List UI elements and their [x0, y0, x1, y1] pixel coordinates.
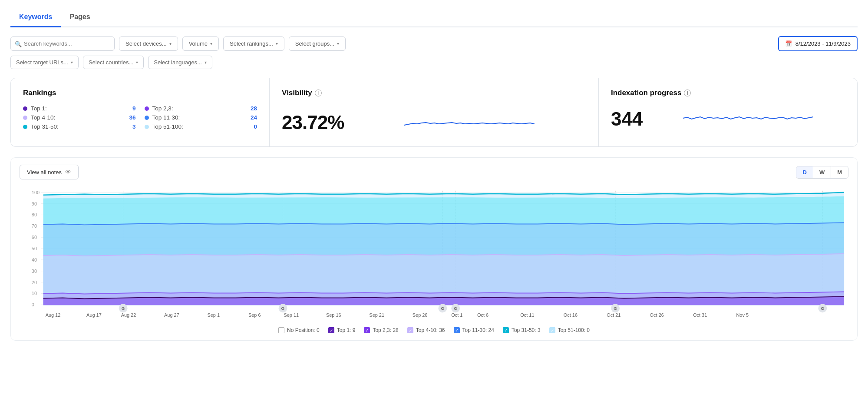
visibility-value: 23.72%: [282, 112, 344, 133]
svg-text:80: 80: [32, 212, 37, 217]
svg-text:G: G: [441, 306, 445, 311]
period-buttons: DWM: [796, 166, 848, 179]
svg-text:10: 10: [32, 291, 37, 296]
rankings-filter[interactable]: Select rankings... ▾: [223, 36, 284, 51]
ranking-item: Top 4-10:36: [23, 114, 136, 121]
countries-label: Select countries...: [89, 59, 133, 66]
svg-text:30: 30: [32, 269, 37, 274]
legend-item[interactable]: ✓Top 4-10: 36: [407, 327, 445, 333]
svg-text:Nov 5: Nov 5: [736, 312, 749, 318]
date-range-picker[interactable]: 📅 8/12/2023 - 11/9/2023: [778, 36, 858, 51]
svg-text:G: G: [614, 306, 617, 311]
chart-controls: View all notes 👁 DWM: [20, 165, 848, 179]
groups-filter[interactable]: Select groups... ▾: [289, 36, 346, 51]
svg-text:G: G: [122, 306, 125, 311]
info-icon[interactable]: i: [315, 90, 322, 96]
target-urls-filter[interactable]: Select target URLs... ▾: [10, 56, 79, 69]
rankings-label: Select rankings...: [230, 40, 273, 47]
chevron-down-icon: ▾: [337, 41, 339, 46]
devices-label: Select devices...: [125, 40, 167, 47]
view-notes-label: View all notes: [27, 169, 62, 176]
calendar-icon: 📅: [785, 40, 792, 47]
visibility-sparkline: [353, 109, 586, 136]
eye-icon: 👁: [65, 169, 71, 176]
rankings-title: Rankings: [23, 89, 257, 97]
stats-row: Rankings Top 1:9Top 2,3:28Top 4-10:36Top…: [10, 78, 858, 147]
svg-text:Oct 21: Oct 21: [607, 312, 620, 318]
svg-text:Oct 6: Oct 6: [477, 312, 488, 318]
filter-row-2: Select target URLs... ▾ Select countries…: [10, 56, 858, 69]
volume-label: Volume: [189, 40, 208, 47]
legend-item[interactable]: ✓Top 1: 9: [328, 327, 356, 333]
languages-filter[interactable]: Select languages... ▾: [148, 56, 212, 69]
period-btn-d[interactable]: D: [796, 166, 813, 178]
legend-item[interactable]: ✓Top 51-100: 0: [549, 327, 590, 333]
chevron-down-icon: ▾: [71, 60, 73, 65]
search-icon: 🔍: [15, 40, 22, 47]
info-icon[interactable]: i: [684, 90, 691, 96]
svg-text:Aug 22: Aug 22: [121, 312, 136, 318]
svg-text:0: 0: [32, 302, 34, 307]
chart-section: View all notes 👁 DWM 100 90 80 70 60: [10, 157, 858, 341]
date-range-value: 8/12/2023 - 11/9/2023: [795, 40, 851, 47]
svg-text:Oct 31: Oct 31: [693, 312, 707, 318]
chevron-down-icon: ▾: [276, 41, 278, 46]
svg-text:G: G: [821, 306, 824, 311]
legend-item[interactable]: ✓Top 11-30: 24: [454, 327, 494, 333]
svg-text:Sep 26: Sep 26: [413, 312, 428, 318]
rankings-card: Rankings Top 1:9Top 2,3:28Top 4-10:36Top…: [11, 78, 270, 146]
svg-text:100: 100: [32, 190, 40, 195]
chevron-down-icon: ▾: [205, 60, 207, 65]
search-input[interactable]: [10, 36, 115, 51]
chevron-down-icon: ▾: [169, 41, 172, 46]
chevron-down-icon: ▾: [136, 60, 138, 65]
svg-text:Aug 12: Aug 12: [46, 312, 61, 318]
indexation-card: Indexation progress i 344: [599, 78, 857, 146]
svg-text:Oct 11: Oct 11: [520, 312, 534, 318]
tab-pages[interactable]: Pages: [61, 9, 99, 27]
volume-filter[interactable]: Volume ▾: [182, 36, 219, 51]
legend-item[interactable]: No Position: 0: [278, 327, 320, 333]
chart-container: 100 90 80 70 60 50 40 30 20 10: [20, 184, 848, 323]
main-chart-svg: 100 90 80 70 60 50 40 30 20 10: [20, 184, 848, 323]
svg-text:G: G: [454, 306, 457, 311]
indexation-main: 344: [611, 105, 845, 133]
svg-text:Sep 11: Sep 11: [284, 312, 299, 318]
legend-item[interactable]: ✓Top 2,3: 28: [364, 327, 398, 333]
devices-filter[interactable]: Select devices... ▾: [119, 36, 178, 51]
svg-text:Oct 16: Oct 16: [564, 312, 578, 318]
ranking-item: Top 2,3:28: [145, 105, 257, 112]
indexation-title: Indexation progress i: [611, 89, 845, 97]
svg-text:Oct 1: Oct 1: [451, 312, 462, 318]
search-wrap: 🔍: [10, 36, 115, 51]
svg-text:Oct 26: Oct 26: [650, 312, 664, 318]
countries-filter[interactable]: Select countries... ▾: [83, 56, 144, 69]
ranking-item: Top 11-30:24: [145, 114, 257, 121]
period-btn-w[interactable]: W: [813, 166, 831, 178]
visibility-title: Visibility i: [282, 89, 586, 97]
filter-row-1: 🔍 Select devices... ▾ Volume ▾ Select ra…: [10, 36, 858, 51]
visibility-card: Visibility i 23.72%: [270, 78, 599, 146]
svg-text:Sep 6: Sep 6: [248, 312, 261, 318]
groups-label: Select groups...: [295, 40, 334, 47]
rankings-grid: Top 1:9Top 2,3:28Top 4-10:36Top 11-30:24…: [23, 105, 257, 130]
svg-text:60: 60: [32, 235, 37, 240]
visibility-main: 23.72%: [282, 109, 586, 136]
indexation-value: 344: [611, 108, 643, 130]
period-btn-m[interactable]: M: [831, 166, 848, 178]
indexation-sparkline: [651, 105, 845, 133]
svg-text:Sep 16: Sep 16: [326, 312, 341, 318]
chevron-down-icon: ▾: [210, 41, 212, 46]
languages-label: Select languages...: [154, 59, 202, 66]
view-notes-button[interactable]: View all notes 👁: [20, 165, 79, 179]
tab-keywords[interactable]: Keywords: [10, 9, 61, 27]
ranking-item: Top 51-100:0: [145, 123, 257, 130]
svg-text:40: 40: [32, 257, 37, 262]
target-urls-label: Select target URLs...: [16, 59, 68, 66]
indexation-sparkline-svg: [651, 105, 845, 131]
svg-text:70: 70: [32, 223, 37, 229]
ranking-item: Top 1:9: [23, 105, 136, 112]
main-tabs: Keywords Pages: [10, 9, 858, 27]
svg-text:G: G: [281, 306, 285, 311]
legend-item[interactable]: ✓Top 31-50: 3: [503, 327, 541, 333]
